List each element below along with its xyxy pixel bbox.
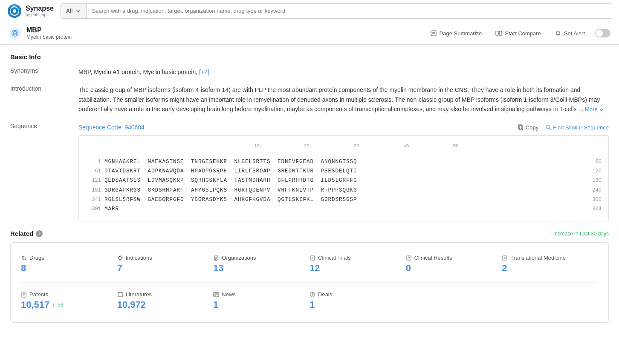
seq-ruler: 10 20 30 40 50 <box>254 143 459 150</box>
page-summarize-label: Page Summarize <box>440 30 482 37</box>
find-similar-label: Find Similar Sequence <box>553 124 609 131</box>
clinical-trials-count: 12 <box>310 263 399 274</box>
set-alert-button[interactable]: Set Alert <box>551 28 588 38</box>
stat-translational[interactable]: Translational Medicine 2 <box>502 251 598 277</box>
logo[interactable]: Synapse by patsnap <box>7 3 54 19</box>
logo-icon <box>7 3 22 19</box>
stat-deals[interactable]: Deals 1 <box>310 288 406 314</box>
find-similar-button[interactable]: Find Similar Sequence <box>545 124 609 131</box>
seq-row-4: 181 GDRGAPKRGS GKDSHHPART AHYGSLPQKS HGR… <box>86 186 602 195</box>
alert-toggle[interactable] <box>595 29 610 37</box>
summarize-icon <box>430 30 437 37</box>
svg-rect-37 <box>22 292 26 297</box>
building-icon <box>213 255 219 261</box>
clinical-trials-label: Clinical Trials <box>318 255 351 261</box>
entity-code: MBP <box>26 26 72 34</box>
introduction-more-link[interactable]: More <box>585 106 604 112</box>
organizations-count: 13 <box>213 263 303 274</box>
start-compare-label: Start Compare <box>505 30 541 37</box>
clinical-results-label: Clinical Results <box>414 255 452 261</box>
sequence-code-link[interactable]: Sequence Code: 940604 <box>78 123 145 132</box>
seq-row-3: 121 QEDSAATSES LDVMASQKRP SQRHGSKYLA TAS… <box>86 176 602 185</box>
patents-label: Patents <box>29 291 48 298</box>
clinical-trials-icon <box>310 255 315 261</box>
sequence-box: 10 20 30 40 50 1 MGNHAGKREL NAEKASTNSE T… <box>78 135 609 221</box>
clinical-results-count: 0 <box>406 263 495 274</box>
pill-icon <box>21 255 27 261</box>
seq-row-5: 241 RGLSLSRFSW GAEGQRPGFG YGGRASDYKS AHK… <box>86 195 602 204</box>
brand-sub: by patsnap <box>26 12 54 17</box>
svg-rect-32 <box>407 256 411 260</box>
basic-info-title: Basic Info <box>10 53 609 60</box>
seq-row-6: 301 MARR 304 <box>86 205 602 213</box>
sub-header-right: Page Summarize Start Compare Set Alert <box>427 28 610 38</box>
patents-increase: 53 <box>58 302 63 308</box>
patents-count: 10,517 <box>21 299 49 310</box>
related-header: Related i ↑ Increase in Last 30 days <box>10 230 609 237</box>
svg-line-17 <box>22 256 26 259</box>
arrow-up-icon: ↑ <box>549 230 552 237</box>
stat-news[interactable]: News 1 <box>213 288 310 314</box>
stat-organizations[interactable]: Organizations 13 <box>213 251 310 277</box>
patents-up-icon: ↑ <box>52 301 55 308</box>
drugs-label: Drugs <box>29 255 44 261</box>
drugs-count: 8 <box>21 263 110 274</box>
sequence-row: Sequence Sequence Code: 940604 Copy <box>10 123 609 221</box>
synonyms-row: Synonyms MBP, Myelin A1 protein, Myelin … <box>10 67 609 77</box>
start-compare-button[interactable]: Start Compare <box>492 28 544 38</box>
header: Synapse by patsnap All <box>0 0 619 22</box>
copy-button[interactable]: Copy <box>518 124 538 131</box>
news-icon <box>213 292 219 298</box>
news-count: 1 <box>213 299 303 310</box>
related-title: Related <box>10 230 33 237</box>
stat-literatures[interactable]: Literatures 10,972 <box>117 288 214 314</box>
search-bar: All <box>61 3 612 19</box>
increase-note: ↑ Increase in Last 30 days <box>549 230 609 237</box>
search-input[interactable] <box>87 8 612 14</box>
svg-rect-6 <box>431 31 436 36</box>
stat-clinical-results[interactable]: Clinical Results 0 <box>406 251 502 277</box>
alert-icon <box>555 30 561 37</box>
synonyms-text: MBP, Myelin A1 protein, Myelin basic pro… <box>78 69 197 75</box>
seq-row-1: 1 MGNHAGKREL NAEKASTNSE TNRGESEKKR NLGEL… <box>86 158 602 166</box>
stats-row-1: Drugs 8 Indications 7 <box>21 251 598 277</box>
stat-empty-2 <box>502 288 598 314</box>
stat-indications[interactable]: Indications 7 <box>117 251 214 277</box>
literatures-count: 10,972 <box>117 299 207 310</box>
search-filter-select[interactable]: All <box>61 4 87 18</box>
introduction-label: Introduction <box>10 85 78 92</box>
indications-label: Indications <box>126 255 152 261</box>
stat-clinical-trials[interactable]: Clinical Trials 12 <box>310 251 406 277</box>
related-info-icon[interactable]: i <box>36 230 43 237</box>
patents-icon <box>21 292 27 298</box>
translational-icon <box>502 255 508 261</box>
deals-label: Deals <box>318 291 332 298</box>
seq-row-2: 61 DTAVTDSKRT ADPKNAWQDA HPADPGSRPH LIRL… <box>86 167 602 175</box>
sub-header-left: MBP Myelin basic protein <box>9 26 72 40</box>
more-label: More <box>585 106 598 112</box>
sequence-header: Sequence Code: 940604 Copy <box>78 123 609 132</box>
stat-empty-1 <box>406 288 502 314</box>
literatures-label: Literatures <box>126 291 152 298</box>
synonyms-more-link[interactable]: [+2] <box>199 69 209 75</box>
page-summarize-button[interactable]: Page Summarize <box>427 28 486 38</box>
target-icon <box>12 30 18 37</box>
stat-patents[interactable]: Patents 10,517 ↑ 53 <box>21 288 117 314</box>
stats-box: Drugs 8 Indications 7 <box>10 242 609 323</box>
clinical-results-icon <box>406 255 412 261</box>
news-label: News <box>222 291 236 298</box>
search-filter-value: All <box>66 8 73 14</box>
deals-icon <box>310 292 315 298</box>
introduction-ellipsis: ... <box>579 106 584 112</box>
stat-drugs[interactable]: Drugs 8 <box>21 251 117 277</box>
set-alert-label: Set Alert <box>564 30 585 37</box>
increase-label: Increase in Last 30 days <box>553 231 609 237</box>
introduction-value: The classic group of MBP isoforms (isofo… <box>78 85 609 114</box>
translational-count: 2 <box>502 263 591 274</box>
literatures-icon <box>117 292 123 298</box>
related-title-row: Related i <box>10 230 43 237</box>
seq-ruler-line <box>111 154 602 154</box>
chevron-down-icon <box>76 9 81 14</box>
sequence-value: Sequence Code: 940604 Copy <box>78 123 609 221</box>
introduction-row: Introduction The classic group of MBP is… <box>10 85 609 114</box>
